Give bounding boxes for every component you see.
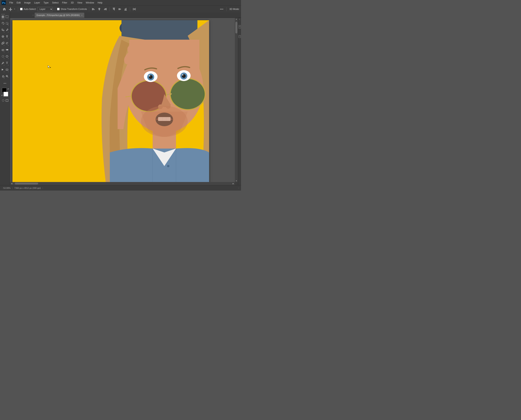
svg-rect-60 bbox=[122, 20, 197, 40]
svg-marker-44 bbox=[6, 43, 7, 44]
svg-rect-27 bbox=[6, 22, 8, 24]
hand-tool[interactable]: ▸ bbox=[1, 73, 5, 79]
eraser-tool[interactable]: ▸ bbox=[1, 47, 5, 53]
menu-view[interactable]: View bbox=[76, 1, 84, 5]
clone-stamp-tool[interactable]: ▸ bbox=[1, 40, 5, 46]
divider-4 bbox=[109, 7, 110, 11]
svg-rect-17 bbox=[119, 8, 119, 10]
screen-mode-tool[interactable] bbox=[5, 99, 9, 102]
home-button[interactable] bbox=[1, 7, 7, 12]
svg-rect-10 bbox=[106, 8, 107, 10]
brush-tool[interactable]: ▸ bbox=[5, 33, 9, 40]
close-tab-button[interactable]: × bbox=[81, 14, 82, 16]
menu-select[interactable]: Select bbox=[50, 1, 60, 5]
panel-icon-2[interactable] bbox=[238, 34, 241, 39]
svg-rect-23 bbox=[135, 8, 136, 10]
status-arrow-more[interactable]: › bbox=[42, 187, 43, 189]
panel-collapse-right[interactable]: ‹‹ bbox=[239, 19, 241, 20]
quick-mask-tool[interactable] bbox=[1, 99, 5, 102]
align-top-button[interactable] bbox=[112, 7, 116, 11]
svg-rect-14 bbox=[113, 8, 114, 10]
zoom-percentage: 53.99% bbox=[3, 187, 10, 189]
menu-window[interactable]: Window bbox=[84, 1, 96, 5]
transform-controls-label[interactable]: Show Transform Controls bbox=[57, 8, 87, 10]
scroll-right-arrow[interactable]: ▶ bbox=[232, 182, 235, 185]
crop-tool[interactable]: ▸ bbox=[1, 27, 5, 33]
menu-layer[interactable]: Layer bbox=[32, 1, 41, 5]
marquee-tool[interactable]: ▸ bbox=[5, 14, 9, 20]
document-tab-title: Example - PiXimperfect.jpg @ 54% (RGB/8#… bbox=[37, 14, 80, 16]
svg-rect-24 bbox=[134, 8, 135, 10]
extra-tools[interactable]: ••• bbox=[1, 80, 9, 86]
move-tool-dropdown[interactable]: ▾ bbox=[13, 8, 16, 10]
text-tool[interactable]: T ▸ bbox=[5, 60, 9, 66]
options-bar: ▾ Auto-Select: Layer Group Show Transfor… bbox=[0, 6, 241, 12]
svg-rect-22 bbox=[133, 8, 133, 10]
svg-rect-4 bbox=[92, 8, 93, 10]
auto-select-label[interactable]: Auto-Select: bbox=[20, 8, 36, 10]
layer-dropdown[interactable]: Layer Group bbox=[37, 7, 53, 11]
scroll-thumb-horizontal[interactable] bbox=[15, 183, 38, 185]
transform-controls-checkbox[interactable] bbox=[57, 8, 60, 10]
path-select-tool[interactable]: ▸ bbox=[1, 67, 5, 73]
background-swatch[interactable] bbox=[3, 92, 8, 97]
shape-tool[interactable]: ▸ bbox=[5, 67, 9, 73]
blur-tool[interactable]: ▸ bbox=[1, 53, 5, 60]
distribute-button[interactable] bbox=[132, 7, 137, 11]
svg-rect-20 bbox=[125, 8, 125, 10]
3d-mode-label: 3D Mode: bbox=[229, 8, 240, 10]
svg-rect-19 bbox=[124, 10, 127, 10]
move-tool[interactable] bbox=[1, 14, 5, 20]
more-options-button[interactable]: ••• bbox=[219, 7, 225, 12]
gradient-tool[interactable]: ▸ bbox=[5, 47, 9, 53]
history-brush-tool[interactable]: ▸ bbox=[5, 40, 9, 46]
align-center-v-button[interactable] bbox=[117, 7, 122, 11]
menu-help[interactable]: Help bbox=[96, 1, 104, 5]
menu-file[interactable]: File bbox=[8, 1, 15, 5]
menu-type[interactable]: Type bbox=[42, 1, 50, 5]
mask-screen-group bbox=[1, 99, 9, 102]
zoom-tool[interactable] bbox=[5, 73, 9, 79]
auto-select-checkbox[interactable] bbox=[20, 8, 23, 10]
scroll-up-arrow[interactable]: ▲ bbox=[235, 18, 238, 20]
align-center-h-button[interactable] bbox=[97, 7, 102, 11]
svg-rect-9 bbox=[99, 9, 100, 10]
menu-3d[interactable]: 3D bbox=[69, 1, 75, 5]
align-bottom-button[interactable] bbox=[123, 7, 128, 11]
scroll-down-arrow[interactable]: ▼ bbox=[235, 180, 238, 182]
selection-tool[interactable]: ▸ bbox=[5, 20, 9, 26]
svg-line-50 bbox=[1, 64, 2, 64]
healing-brush-tool[interactable]: ▸ bbox=[1, 33, 5, 40]
swap-colors-icon[interactable]: ⇄ bbox=[8, 88, 9, 90]
scrollbar-horizontal[interactable]: ◀ ▶ bbox=[10, 182, 235, 185]
align-left-button[interactable] bbox=[91, 7, 96, 11]
eyedropper-tool[interactable]: ▸ bbox=[5, 27, 9, 33]
svg-rect-21 bbox=[126, 8, 126, 10]
pen-tool[interactable]: ▸ bbox=[1, 60, 5, 66]
svg-point-76 bbox=[149, 75, 150, 77]
nav-left-arrow[interactable]: ‹ bbox=[2, 187, 2, 189]
move-tool-group: ▾ bbox=[8, 7, 16, 11]
align-right-button[interactable] bbox=[103, 7, 108, 11]
menu-image[interactable]: Image bbox=[23, 1, 32, 5]
move-tool-option[interactable] bbox=[8, 7, 13, 11]
lasso-tool[interactable] bbox=[1, 20, 5, 26]
healing-group: ▸ ▸ bbox=[1, 33, 9, 40]
svg-marker-2 bbox=[3, 8, 6, 10]
scrollbar-vertical[interactable]: ▲ ▼ bbox=[235, 18, 238, 182]
svg-rect-8 bbox=[98, 8, 100, 9]
panel-collapse-left[interactable]: ‹‹ bbox=[31, 12, 35, 18]
scroll-thumb-vertical[interactable] bbox=[235, 22, 237, 33]
divider-5 bbox=[130, 7, 130, 11]
dodge-tool[interactable]: ▸ bbox=[5, 53, 9, 60]
scroll-left-arrow[interactable]: ◀ bbox=[10, 182, 13, 185]
status-bar: ‹ 53.99% | 7360 px x 4912 px (300 ppi) ›… bbox=[0, 185, 241, 191]
document-tab[interactable]: Example - PiXimperfect.jpg @ 54% (RGB/8#… bbox=[35, 13, 84, 18]
reset-colors-icon[interactable]: ↺ bbox=[1, 95, 3, 97]
svg-rect-18 bbox=[120, 8, 120, 10]
menu-edit[interactable]: Edit bbox=[15, 1, 22, 5]
menu-filter[interactable]: Filter bbox=[61, 1, 69, 5]
nav-right-arrow[interactable]: › bbox=[239, 187, 239, 189]
panel-icon-1[interactable] bbox=[238, 24, 241, 30]
tab-bar: ‹‹ Example - PiXimperfect.jpg @ 54% (RGB… bbox=[10, 12, 241, 18]
